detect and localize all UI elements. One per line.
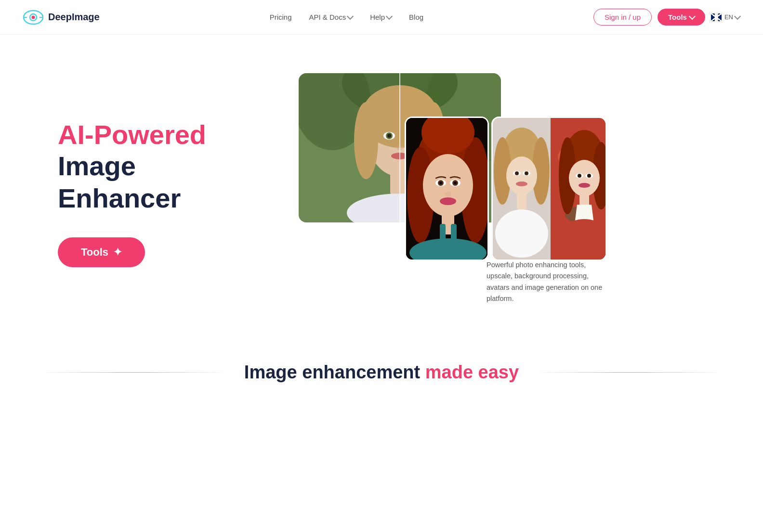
nav-pricing[interactable]: Pricing (270, 13, 292, 21)
nav-links: Pricing API & Docs Help Blog (270, 13, 423, 21)
hero-title-ai-powered: AI-Powered (58, 120, 260, 150)
nav-help[interactable]: Help (370, 13, 392, 21)
section-divider: Image enhancement made easy (0, 343, 763, 412)
logo[interactable]: DeepImage (23, 9, 100, 26)
nav-api-docs[interactable]: API & Docs (309, 13, 353, 21)
svg-rect-37 (451, 224, 457, 253)
svg-point-33 (423, 154, 473, 217)
hero-section: AI-Powered Image Enhancer Tools ✦ (0, 35, 763, 343)
uk-flag-icon (711, 13, 722, 21)
svg-point-58 (506, 156, 537, 195)
svg-point-44 (445, 192, 451, 196)
divider-right (534, 372, 724, 373)
svg-point-77 (578, 174, 581, 178)
svg-point-60 (495, 209, 548, 258)
help-chevron-icon (386, 13, 393, 20)
svg-point-45 (440, 197, 456, 205)
navbar: DeepImage Pricing API & Docs Help Blog S… (0, 0, 763, 35)
signin-button[interactable]: Sign in / up (593, 9, 652, 26)
logo-text: DeepImage (48, 12, 100, 23)
svg-rect-36 (440, 224, 446, 253)
svg-point-2 (32, 15, 35, 19)
api-docs-chevron-icon (347, 13, 354, 20)
hero-right-image (491, 117, 607, 261)
tools-chevron-icon (689, 13, 696, 20)
hero-description: Powerful photo enhancing tools, upscale,… (487, 260, 612, 304)
hero-tools-button[interactable]: Tools ✦ (58, 237, 145, 267)
mid-image-svg (406, 118, 489, 261)
svg-rect-26 (299, 73, 400, 222)
section-title: Image enhancement made easy (244, 362, 519, 383)
svg-point-72 (569, 160, 600, 196)
lang-chevron-icon (734, 13, 741, 20)
right-image-svg (493, 118, 607, 261)
svg-point-65 (516, 182, 527, 186)
divider-left (39, 372, 229, 373)
svg-rect-59 (517, 190, 526, 209)
hero-images: Powerful photo enhancing tools, upscale,… (279, 73, 724, 314)
svg-point-43 (454, 182, 457, 184)
hero-mid-image (405, 117, 489, 261)
svg-point-40 (439, 182, 442, 184)
svg-point-79 (587, 174, 591, 178)
nav-blog[interactable]: Blog (409, 13, 423, 21)
svg-point-64 (525, 171, 528, 175)
svg-point-80 (579, 183, 590, 188)
logo-icon (23, 9, 43, 26)
hero-title-image-enhancer: Image Enhancer (58, 150, 260, 214)
nav-tools-button[interactable]: Tools (658, 9, 705, 26)
nav-actions: Sign in / up Tools EN (593, 9, 740, 26)
language-selector[interactable]: EN (711, 13, 740, 21)
svg-point-62 (515, 171, 519, 175)
sparkle-icon: ✦ (113, 246, 122, 259)
hero-left: AI-Powered Image Enhancer Tools ✦ (58, 120, 260, 267)
